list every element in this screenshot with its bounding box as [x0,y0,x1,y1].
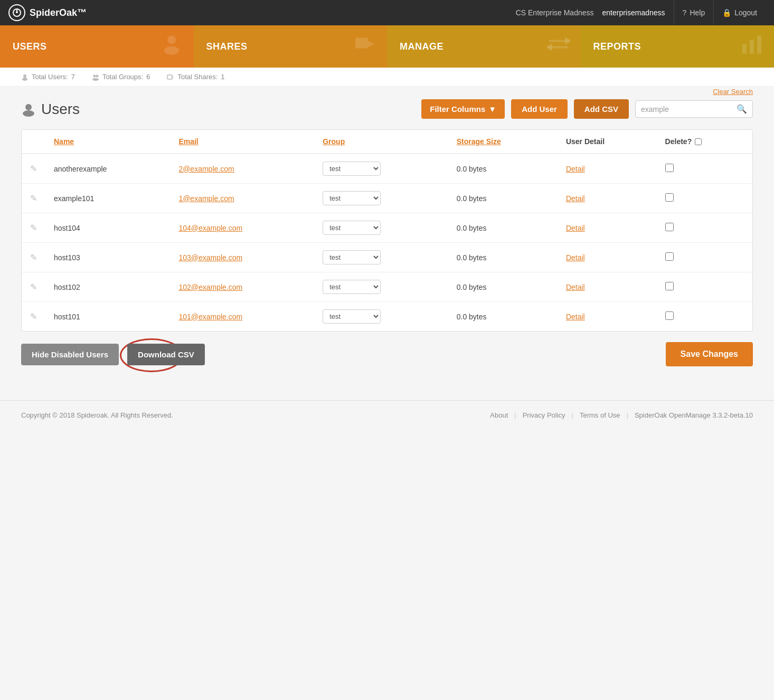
hide-disabled-button[interactable]: Hide Disabled Users [21,344,119,365]
svg-point-18 [92,78,99,81]
cell-edit-0: ✎ [22,154,45,184]
cell-delete-5 [657,302,752,332]
group-select-2[interactable]: test [323,221,381,235]
edit-icon-1[interactable]: ✎ [30,194,37,203]
delete-checkbox-0[interactable] [665,164,674,172]
user-toolbar: Users Clear Search Filter Columns ▼ Add … [21,99,753,119]
th-storage[interactable]: Storage Size [448,130,558,154]
dropdown-icon: ▼ [488,105,496,113]
delete-checkbox-4[interactable] [665,282,674,290]
tab-manage[interactable]: MANAGE [387,25,581,68]
logout-button[interactable]: 🔒 Logout [713,0,766,25]
add-csv-button[interactable]: Add CSV [574,99,629,119]
detail-link-4[interactable]: Detail [566,283,585,291]
cell-storage-1: 0.0 bytes [448,184,558,213]
users-table-container: Name Email Group Storage Size User Detai… [21,129,753,332]
email-link-3[interactable]: 103@example.com [178,253,242,262]
table-header: Name Email Group Storage Size User Detai… [22,130,752,154]
group-select-5[interactable]: test [323,309,381,324]
delete-checkbox-1[interactable] [665,193,674,202]
help-button[interactable]: ? Help [674,0,714,25]
search-input[interactable] [641,105,733,113]
svg-point-21 [25,104,32,110]
edit-icon-5[interactable]: ✎ [30,312,37,321]
logo[interactable]: SpiderOak™ [8,4,87,21]
total-groups-value: 6 [146,73,150,81]
tab-manage-label: MANAGE [400,41,443,52]
table-row: ✎ host102 102@example.com test 0.0 bytes… [22,272,752,302]
footer-link-privacy[interactable]: Privacy Policy [523,411,565,419]
svg-rect-11 [742,44,747,54]
cell-detail-0: Detail [558,154,657,184]
th-delete: Delete? [657,130,752,154]
edit-icon-0[interactable]: ✎ [30,164,37,173]
edit-icon-3[interactable]: ✎ [30,253,37,262]
filter-columns-button[interactable]: Filter Columns ▼ [421,99,505,119]
download-csv-button[interactable]: Download CSV [127,344,205,365]
svg-rect-5 [355,38,368,49]
footer-version: SpiderOak OpenManage 3.3.2-beta.10 [635,411,753,419]
detail-link-1[interactable]: Detail [566,194,585,203]
svg-marker-10 [547,45,551,50]
svg-rect-12 [750,40,754,54]
footer-link-about[interactable]: About [490,411,508,419]
tab-users[interactable]: USERS [0,25,194,68]
cell-edit-2: ✎ [22,213,45,243]
cell-edit-3: ✎ [22,243,45,272]
detail-link-5[interactable]: Detail [566,313,585,321]
th-email[interactable]: Email [170,130,314,154]
delete-checkbox-3[interactable] [665,252,674,261]
delete-checkbox-5[interactable] [665,311,674,320]
th-group[interactable]: Group [314,130,448,154]
th-name[interactable]: Name [45,130,170,154]
cell-storage-3: 0.0 bytes [448,243,558,272]
footer: Copyright © 2018 Spideroak. All Rights R… [0,400,774,430]
tab-reports[interactable]: REPORTS [581,25,775,68]
cell-delete-3 [657,243,752,272]
cell-delete-0 [657,154,752,184]
edit-icon-2[interactable]: ✎ [30,223,37,232]
svg-point-4 [164,46,179,55]
add-user-button[interactable]: Add User [511,99,568,119]
total-shares-stat: Total Shares: 1 [167,73,224,81]
help-label: Help [690,8,705,17]
email-link-4[interactable]: 102@example.com [178,283,242,291]
group-select-1[interactable]: test [323,191,381,205]
svg-point-3 [167,36,176,44]
email-link-0[interactable]: 2@example.com [178,165,234,173]
logo-text: SpiderOak™ [30,7,87,18]
delete-checkbox-2[interactable] [665,223,674,231]
cell-email-0: 2@example.com [170,154,314,184]
top-nav: SpiderOak™ CS Enterprise Madness enterpr… [0,0,774,25]
email-link-1[interactable]: 1@example.com [178,194,234,203]
tab-shares[interactable]: SHARES [194,25,388,68]
svg-rect-13 [757,36,761,54]
svg-point-22 [23,110,34,117]
svg-point-16 [93,74,96,77]
svg-marker-6 [368,41,374,48]
cell-edit-1: ✎ [22,184,45,213]
footer-link-terms[interactable]: Terms of Use [580,411,620,419]
group-select-4[interactable]: test [323,280,381,294]
email-link-2[interactable]: 104@example.com [178,224,242,232]
detail-link-3[interactable]: Detail [566,253,585,262]
email-link-5[interactable]: 101@example.com [178,313,242,321]
save-changes-button[interactable]: Save Changes [666,342,753,366]
detail-link-2[interactable]: Detail [566,224,585,232]
cell-storage-2: 0.0 bytes [448,213,558,243]
table-body: ✎ anotherexample 2@example.com test 0.0 … [22,154,752,331]
total-groups-label: Total Groups: [102,73,143,81]
cell-name-1: example101 [45,184,170,213]
clear-search-link[interactable]: Clear Search [713,88,753,96]
delete-all-checkbox[interactable] [695,138,702,145]
copyright: Copyright © 2018 Spideroak. All Rights R… [21,411,173,419]
edit-icon-4[interactable]: ✎ [30,282,37,291]
detail-link-0[interactable]: Detail [566,165,585,173]
cell-group-5: test [314,302,448,332]
footer-links: About | Privacy Policy | Terms of Use | … [490,411,753,419]
group-select-0[interactable]: test [323,162,381,176]
org-name: enterprisemadness [602,8,665,17]
group-select-3[interactable]: test [323,250,381,264]
th-detail: User Detail [558,130,657,154]
table-row: ✎ host101 101@example.com test 0.0 bytes… [22,302,752,332]
